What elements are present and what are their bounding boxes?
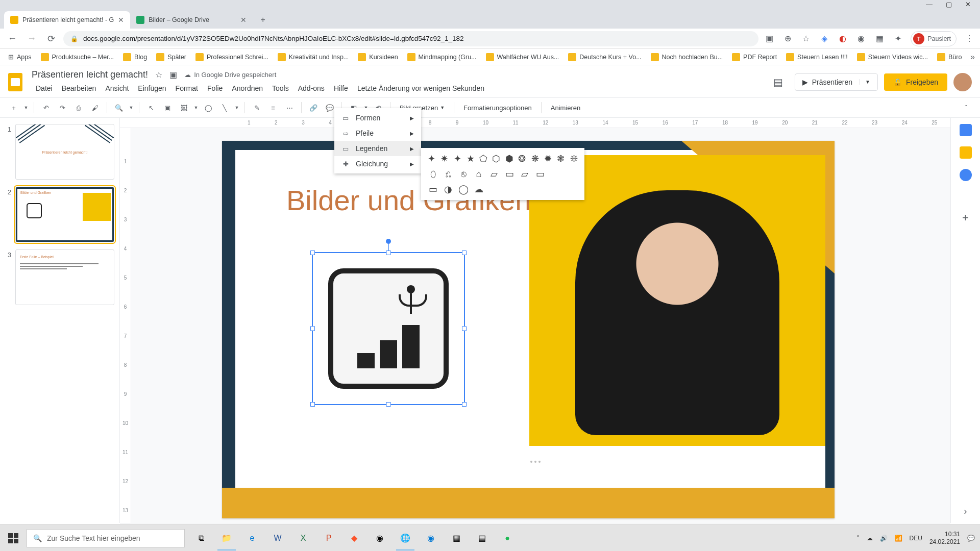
language-indicator[interactable]: DEU xyxy=(910,535,922,542)
shape-option[interactable]: ☁ xyxy=(473,184,484,195)
resize-handle-n[interactable] xyxy=(386,251,391,255)
animate-button[interactable]: Animieren xyxy=(546,104,586,112)
profile-paused-button[interactable]: T Pausiert xyxy=(911,31,957,46)
shape-option[interactable]: ▱ xyxy=(488,168,500,180)
zoom-button[interactable]: 🔍 xyxy=(111,100,127,115)
ext-2-icon[interactable]: ◐ xyxy=(837,33,848,44)
shape-option[interactable]: ❂ xyxy=(518,153,526,164)
slide-thumbnail-2[interactable]: Bilder und Grafiken xyxy=(15,187,114,242)
comments-icon[interactable]: ▤ xyxy=(768,72,789,92)
resize-handle-ne[interactable] xyxy=(462,251,467,255)
add-addon-icon[interactable]: + xyxy=(960,212,972,224)
shape-option[interactable]: ⬡ xyxy=(492,153,501,164)
shape-option[interactable]: ✦ xyxy=(427,153,436,164)
browser-tab-2[interactable]: Bilder – Google Drive ✕ xyxy=(130,11,253,29)
bookmark-item[interactable]: PDF Report xyxy=(729,52,780,63)
bookmark-item[interactable]: Blog xyxy=(120,52,150,63)
bookmark-item[interactable]: Später xyxy=(153,52,189,63)
menu-item-pfeile[interactable]: ⇨Pfeile▶ xyxy=(334,126,421,141)
file-explorer-icon[interactable]: 📁 xyxy=(214,526,239,550)
keep-icon[interactable] xyxy=(960,146,972,159)
undo-button[interactable]: ↶ xyxy=(38,100,54,115)
app-icon-1[interactable]: ▦ xyxy=(444,526,469,550)
bookmark-star-icon[interactable]: ☆ xyxy=(800,33,812,44)
bookmarks-overflow-icon[interactable]: » xyxy=(970,53,975,62)
move-icon[interactable]: ▣ xyxy=(169,70,177,80)
border-color-button[interactable]: ✎ xyxy=(249,100,264,115)
present-dropdown-icon[interactable]: ▼ xyxy=(860,79,875,85)
bookmark-item[interactable]: Noch hochladen Bu... xyxy=(648,52,726,63)
spotify-icon[interactable]: ● xyxy=(495,526,520,550)
menu-bearbeiten[interactable]: Bearbeiten xyxy=(58,82,101,94)
bookmark-item[interactable]: Wahlfächer WU Aus... xyxy=(483,52,562,63)
bookmark-item[interactable]: Büro xyxy=(934,52,965,63)
onedrive-icon[interactable]: ☁ xyxy=(867,535,873,542)
notifications-icon[interactable]: 💬 xyxy=(967,535,975,542)
bookmark-item[interactable]: Produktsuche – Mer... xyxy=(38,52,117,63)
shape-option[interactable]: ◑ xyxy=(443,184,454,195)
link-button[interactable]: 🔗 xyxy=(306,100,321,115)
share-button[interactable]: 🔒 Freigeben xyxy=(884,73,947,91)
app-icon-2[interactable]: ▤ xyxy=(470,526,494,550)
account-avatar[interactable] xyxy=(953,73,972,91)
shape-option[interactable]: ⌂ xyxy=(473,168,484,180)
star-icon[interactable]: ☆ xyxy=(155,70,162,80)
zoom-icon[interactable]: ⊕ xyxy=(782,33,793,44)
browser-tab-1[interactable]: Präsentieren leicht gemacht! - G ✕ xyxy=(4,11,130,29)
menu-tools[interactable]: Tools xyxy=(268,82,293,94)
menu-datei[interactable]: Datei xyxy=(32,82,57,94)
resize-handle-nw[interactable] xyxy=(310,251,315,255)
last-change-label[interactable]: Letzte Änderung vor wenigen Sekunden xyxy=(353,82,488,94)
window-minimize-icon[interactable]: — xyxy=(926,1,933,8)
wifi-icon[interactable]: 📶 xyxy=(895,535,902,542)
menu-item-legenden[interactable]: ▭Legenden▶ xyxy=(334,141,421,156)
bookmark-item[interactable]: Steuern Lesen !!!! xyxy=(783,52,851,63)
shape-option[interactable]: ★ xyxy=(466,153,475,164)
shape-option[interactable]: ◯ xyxy=(458,184,469,195)
taskbar-search-input[interactable]: 🔍Zur Suche Text hier eingeben xyxy=(27,529,185,547)
bookmark-item[interactable]: Steuern Videos wic... xyxy=(854,52,931,63)
shape-option[interactable]: ▭ xyxy=(534,168,546,180)
slides-logo-icon[interactable] xyxy=(5,72,26,92)
window-maximize-icon[interactable]: ▢ xyxy=(946,1,952,8)
tab-close-icon[interactable]: ✕ xyxy=(240,16,247,24)
shape-option[interactable]: ▱ xyxy=(519,168,530,180)
shape-option[interactable]: ✹ xyxy=(544,153,552,164)
shape-option[interactable]: ✦ xyxy=(453,153,462,164)
start-button[interactable] xyxy=(0,525,27,552)
clock[interactable]: 10:31 24.02.2021 xyxy=(929,531,960,545)
ext-3-icon[interactable]: ◉ xyxy=(855,33,867,44)
bookmark-item[interactable]: Kreativität und Insp... xyxy=(275,52,352,63)
select-tool-button[interactable]: ↖ xyxy=(143,100,159,115)
hide-sidepanel-icon[interactable]: › xyxy=(964,506,967,517)
zoom-dropdown-icon[interactable]: ▼ xyxy=(128,100,135,115)
menu-folie[interactable]: Folie xyxy=(203,82,227,94)
excel-icon[interactable]: X xyxy=(291,526,315,550)
shape-option[interactable]: ⬯ xyxy=(427,168,438,180)
present-button[interactable]: ▶ Präsentieren ▼ xyxy=(795,73,878,91)
ext-4-icon[interactable]: ▦ xyxy=(874,33,885,44)
menu-item-gleichung[interactable]: ✚Gleichung▶ xyxy=(334,156,421,171)
resize-handle-e[interactable] xyxy=(462,327,467,331)
tray-chevron-icon[interactable]: ˄ xyxy=(856,535,860,542)
menu-hilfe[interactable]: Hilfe xyxy=(330,82,352,94)
resize-handle-w[interactable] xyxy=(310,327,315,331)
shape-option[interactable]: ⎋ xyxy=(458,168,469,180)
slide-thumbnail-3[interactable]: Erste Folie – Beispiel xyxy=(15,249,114,305)
new-tab-button[interactable]: + xyxy=(256,13,270,27)
calendar-icon[interactable] xyxy=(960,124,972,136)
window-close-icon[interactable]: ✕ xyxy=(965,1,971,8)
image-button[interactable]: 🖼 xyxy=(176,100,191,115)
selected-image[interactable] xyxy=(312,252,465,405)
image-dropdown-icon[interactable]: ▼ xyxy=(192,100,200,115)
menu-ansicht[interactable]: Ansicht xyxy=(101,82,133,94)
chrome-icon[interactable]: 🌐 xyxy=(393,526,418,550)
rotate-handle[interactable] xyxy=(386,239,391,244)
border-weight-button[interactable]: ≡ xyxy=(265,100,281,115)
resize-handle-se[interactable] xyxy=(462,402,467,407)
document-title[interactable]: Präsentieren leicht gemacht! xyxy=(32,69,148,80)
word-icon[interactable]: W xyxy=(265,526,290,550)
menu-format[interactable]: Format xyxy=(172,82,202,94)
reload-button[interactable]: ⟳ xyxy=(44,32,58,46)
paint-format-button[interactable]: 🖌 xyxy=(87,100,103,115)
